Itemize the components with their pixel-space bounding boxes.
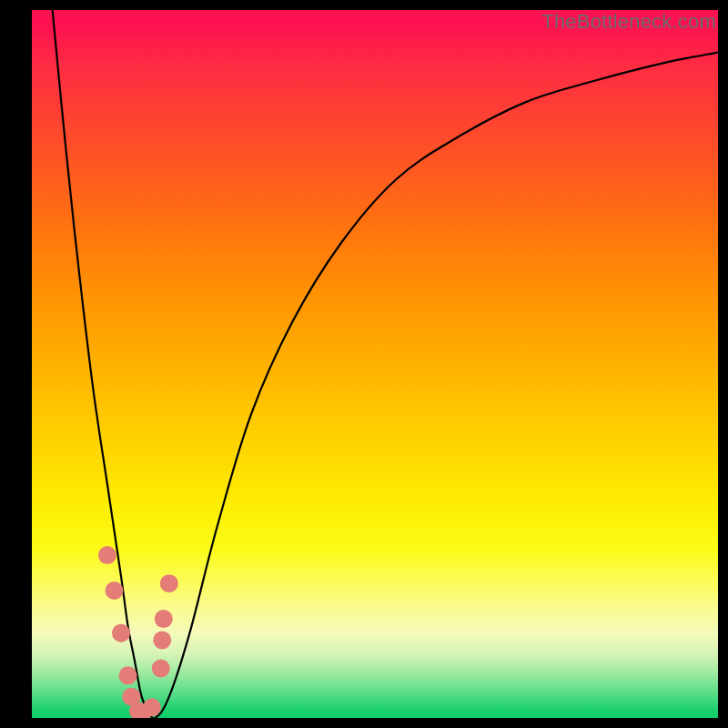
marker-point (155, 610, 173, 628)
chart-frame: TheBottleneck.com (0, 0, 728, 728)
marker-point (98, 546, 116, 564)
marker-point (152, 660, 170, 678)
watermark-text: TheBottleneck.com (541, 10, 716, 34)
marker-point (160, 574, 178, 592)
bottleneck-curve (53, 10, 718, 718)
marker-point (105, 581, 123, 600)
marker-points (98, 546, 178, 718)
plot-area (32, 10, 718, 718)
marker-point (143, 698, 161, 716)
marker-point (119, 666, 137, 684)
marker-point (153, 631, 171, 649)
curve-layer (32, 10, 718, 718)
marker-point (112, 624, 130, 642)
